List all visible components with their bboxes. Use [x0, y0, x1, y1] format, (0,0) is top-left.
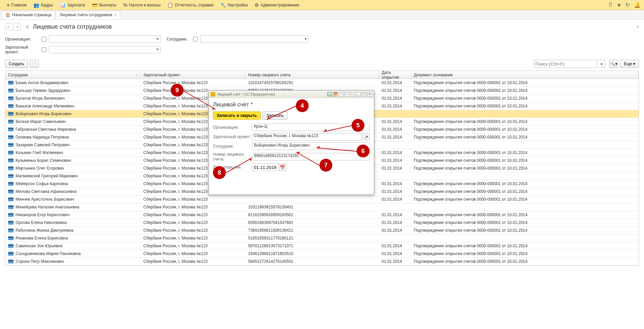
dlg-org-input[interactable]: Крон-Ц — [252, 124, 370, 131]
nav-forward-button[interactable]: → — [14, 23, 21, 30]
dlg-date-picker-button[interactable]: 📅 — [279, 163, 286, 171]
tab-close-icon[interactable]: × — [114, 12, 117, 17]
cell-document: Подтверждение открытия счетов 0000-00000… — [411, 134, 639, 141]
col-employee[interactable]: Сотрудник↓ — [5, 71, 141, 79]
dlg-proj-open-button[interactable]: ↗ — [362, 133, 370, 141]
menu-item-2[interactable]: 📊Зарплата — [56, 0, 89, 10]
filter-proj-select[interactable] — [49, 46, 161, 53]
col-date[interactable]: Дата открытия — [379, 71, 411, 79]
table-row[interactable]: Савинская Зоя Юрьевна Сбербанк России, г… — [5, 242, 639, 250]
menu-item-7[interactable]: ⚙Администрирование — [251, 0, 303, 10]
search-input[interactable] — [533, 60, 597, 68]
menu-label: Зарплата — [67, 3, 85, 7]
cell-date: 01.01.2014 — [379, 219, 411, 226]
dialog-mminus-icon[interactable]: M- — [350, 92, 355, 97]
cell-employee: Габровская Светлана Марковна — [16, 127, 76, 132]
dialog-close-icon[interactable]: ✕ — [367, 92, 372, 97]
dialog-heading: Лицевой счёт * — [213, 101, 370, 108]
cell-account: 51651658311778160121 — [245, 235, 379, 242]
table-row[interactable]: Базин Антон Владимирович Сбербанк России… — [5, 79, 639, 87]
table-row[interactable]: Орлова Елена Николаевна Сбербанк России,… — [5, 219, 639, 227]
dialog-calendar-icon[interactable]: 📅 — [333, 92, 338, 97]
page-close-icon[interactable]: × — [636, 24, 639, 29]
card-icon — [8, 158, 14, 162]
table-row[interactable]: Михейцева Наталия Анатольевна Сбербанк Р… — [5, 203, 639, 211]
cell-date: 01.01.2014 — [379, 149, 411, 156]
nav-back-button[interactable]: ← — [5, 23, 13, 30]
cell-document: Подтверждение открытия счетов 0000-00000… — [411, 118, 639, 125]
dialog-calc-icon[interactable]: 📊 — [327, 92, 332, 97]
cell-employee: Савинская Зоя Юрьевна — [16, 244, 62, 248]
cell-employee: Базин Антон Владимирович — [16, 80, 68, 85]
menu-item-5[interactable]: 📋Отчетность, справки — [164, 0, 217, 10]
cell-employee: Козьмин Глеб Матвеевич — [16, 150, 63, 155]
dialog-m-icon[interactable]: M — [339, 92, 343, 97]
col-document[interactable]: Документ основание — [411, 71, 639, 79]
table-row[interactable]: Сорока Петр Максимович Сбербанк России, … — [5, 258, 639, 265]
menu-item-4[interactable]: %Налоги и взносы — [120, 0, 164, 10]
filter-emp-checkbox[interactable] — [193, 37, 198, 42]
cell-employee: Матвиевский Григорий Маркович — [16, 174, 78, 178]
dialog-mplus-icon[interactable]: M+ — [344, 92, 349, 97]
cell-document: Подтверждение открытия счетов 0000-00000… — [411, 165, 639, 172]
filter-emp-select[interactable] — [200, 35, 309, 43]
tab-home[interactable]: 🏠 Начальная страница — [2, 11, 55, 19]
cell-document — [411, 206, 639, 208]
cell-date: 01.01.2014 — [379, 79, 411, 86]
dialog-titlebar[interactable]: Лицевой счёт * (1С:Предприятие) 📊 📅 M M+… — [209, 91, 374, 98]
cell-employee: Никаноров Егор Кириллович — [16, 212, 70, 217]
menu-item-6[interactable]: 🔧Настройка — [217, 0, 251, 10]
search-clear-button[interactable]: × — [598, 60, 605, 68]
menu-item-3[interactable]: 💳Выплаты — [89, 0, 120, 10]
menu-icon: 📋 — [167, 2, 173, 8]
cell-project: Сбербанк России, г. Москва №123 — [141, 258, 245, 265]
cell-date: 01.01.2014 — [379, 180, 411, 187]
table-row[interactable]: Работкина Жанна Дмитриевна Сбербанк Росс… — [5, 227, 639, 234]
table-row[interactable]: Солодовникова Мария Пахомовна Сбербанк Р… — [5, 250, 639, 258]
dialog-minimize-icon[interactable]: _ — [356, 92, 361, 97]
dlg-emp-input[interactable]: Войцехович Игорь Борисович — [252, 143, 370, 150]
favorite-icon[interactable]: ★ — [25, 23, 30, 30]
menu-item-0[interactable]: ≡Главное — [3, 0, 30, 10]
more-button[interactable]: Еще ▾ — [620, 60, 639, 68]
create-button[interactable]: Создать — [5, 60, 28, 68]
history-icon[interactable]: ↻ — [625, 2, 630, 8]
cell-date: 01.01.2014 — [379, 95, 411, 102]
card-icon — [8, 151, 14, 155]
filter-proj-checkbox[interactable] — [42, 47, 46, 52]
card-icon — [8, 205, 14, 209]
filter-org-checkbox[interactable] — [42, 37, 46, 42]
cell-date: 01.01.2014 — [379, 134, 411, 141]
menu-label: Настройка — [228, 3, 248, 7]
col-project[interactable]: Зарплатный проект — [141, 71, 245, 79]
table-row[interactable]: Рязанова Елена Борисовна Сбербанк России… — [5, 234, 639, 242]
cell-document: Подтверждение открытия счетов 0000-00000… — [411, 258, 639, 265]
save-button[interactable]: Записать — [263, 111, 287, 120]
dialog-maximize-icon[interactable]: □ — [362, 92, 366, 97]
cell-date: 01.01.2014 — [379, 157, 411, 164]
cell-date: 01.01.2014 — [379, 118, 411, 125]
dlg-proj-input[interactable]: Сбербанк России, г. Москва №123 — [252, 133, 361, 141]
star-icon[interactable]: ★ — [617, 2, 621, 8]
cell-date: 01.01.2014 — [379, 126, 411, 133]
dlg-date-input[interactable] — [252, 163, 279, 171]
bell-icon[interactable]: 🔔 — [634, 2, 641, 8]
cell-date: 01.01.2014 — [379, 196, 411, 203]
dialog-window-title: Лицевой счёт * (1С:Предприятие) — [217, 92, 327, 96]
menu-item-1[interactable]: 👥Кадры — [30, 0, 56, 10]
menu-label: Кадры — [41, 3, 53, 7]
filter-proj-label: Зарплатный проект: — [5, 45, 39, 54]
tab-accounts-label: Лицевые счета сотрудников — [59, 12, 112, 17]
table-row[interactable]: Минчев Аристотель Борисович Сбербанк Рос… — [5, 196, 639, 203]
copy-button[interactable]: 📄 — [30, 60, 39, 68]
dlg-acc-input[interactable]: 99661485813113174291 — [252, 153, 370, 160]
filter-org-select[interactable] — [49, 35, 161, 43]
tab-accounts[interactable]: Лицевые счета сотрудников × — [56, 11, 120, 19]
card-icon — [8, 252, 14, 256]
search-button[interactable]: 🔍▾ — [609, 60, 618, 68]
apps-icon[interactable]: ⠿ — [609, 2, 613, 8]
table-row[interactable]: Никаноров Егор Кириллович Сбербанк Росси… — [5, 211, 639, 219]
col-account[interactable]: Номер лицевого счета — [245, 71, 379, 79]
cell-document: Подтверждение открытия счетов 0000-00000… — [411, 188, 639, 195]
save-close-button[interactable]: Записать и закрыть — [213, 111, 261, 120]
